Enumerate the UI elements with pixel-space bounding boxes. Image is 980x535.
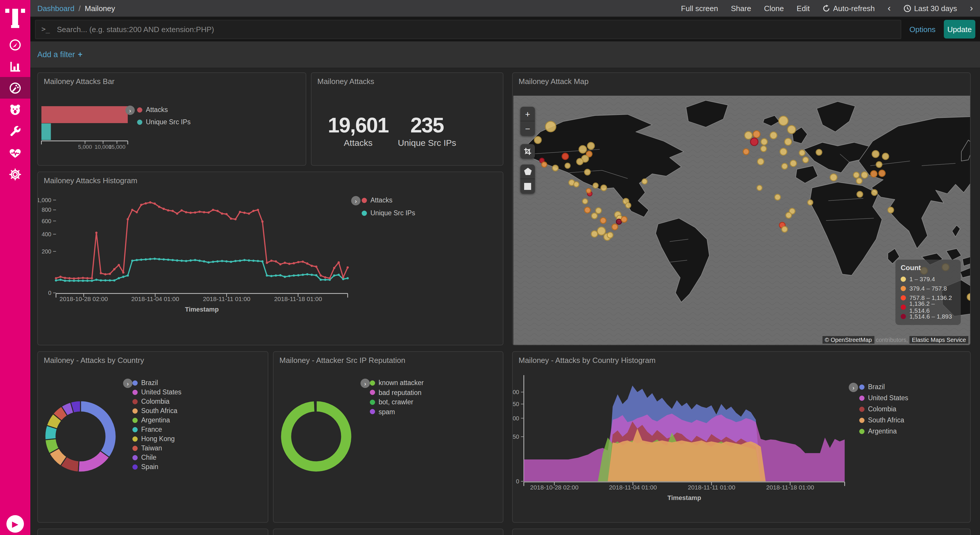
- svg-text:400: 400: [42, 231, 51, 237]
- svg-text:0: 0: [516, 478, 519, 484]
- legend-item-bad-reputation[interactable]: bad reputation: [370, 389, 422, 396]
- auto-refresh-button[interactable]: Auto-refresh: [822, 4, 875, 13]
- legend-item-hong-kong[interactable]: Hong Kong: [132, 435, 175, 442]
- legend-item-spain[interactable]: Spain: [132, 463, 158, 470]
- update-button[interactable]: Update: [944, 20, 975, 38]
- legend-color-dot: [132, 408, 138, 413]
- zoom-in-button[interactable]: +: [520, 107, 535, 121]
- search-input[interactable]: >_: [35, 19, 901, 39]
- legend-item-united-states[interactable]: United States: [859, 394, 908, 401]
- map-count-legend: Count1 – 379.4379.4 – 757.8757.8 – 1,136…: [896, 260, 961, 325]
- panel-title: Mailoney - Attacks by Country: [44, 356, 144, 365]
- legend-color-dot: [132, 446, 138, 451]
- sidebar-item-honeypot[interactable]: [0, 99, 30, 120]
- legend-item-argentina[interactable]: Argentina: [859, 428, 897, 435]
- map-legend-item: 1 – 379.4: [900, 274, 956, 283]
- svg-text:100: 100: [513, 415, 519, 422]
- legend-item-unique-src-ips[interactable]: Unique Src IPs: [362, 209, 415, 217]
- legend-color-dot: [132, 455, 138, 460]
- topbar: Dashboard / Mailoney Full screenShareClo…: [30, 0, 980, 17]
- legend-color-dot: [132, 427, 138, 432]
- legend-item-south-africa[interactable]: South Africa: [132, 407, 177, 414]
- sidebar-item-discover[interactable]: [0, 34, 30, 56]
- svg-text:2018-10-28 02:00: 2018-10-28 02:00: [530, 484, 579, 490]
- legend-item-bot-crawler[interactable]: bot, crawler: [370, 398, 413, 406]
- panel-title: Mailoney Attacks Bar: [44, 77, 115, 86]
- svg-text:0: 0: [48, 290, 51, 296]
- sidebar-item-visualize[interactable]: [0, 56, 30, 77]
- topnav-full-screen[interactable]: Full screen: [681, 4, 718, 13]
- breadcrumb-separator: /: [78, 4, 81, 13]
- sidebar-item-health[interactable]: [0, 142, 30, 163]
- map-attribution: © OpenStreetMap contributors, Elastic Ma…: [822, 337, 968, 343]
- topnav-share[interactable]: Share: [731, 4, 751, 13]
- legend-item-attacks[interactable]: Attacks: [137, 106, 168, 113]
- legend-item-attacks[interactable]: Attacks: [362, 197, 392, 204]
- time-range-picker[interactable]: Last 30 days: [904, 4, 957, 13]
- legend-expand-chevron[interactable]: ›: [849, 383, 858, 392]
- svg-text:150: 150: [513, 401, 519, 407]
- legend-expand-chevron[interactable]: ›: [361, 379, 370, 388]
- metric-label: Unique Src IPs: [386, 138, 468, 148]
- legend-item-taiwan[interactable]: Taiwan: [132, 444, 162, 452]
- legend-color-dot: [900, 276, 906, 282]
- time-back-chevron[interactable]: ‹: [888, 3, 891, 13]
- legend-item-brazil[interactable]: Brazil: [132, 379, 158, 386]
- donut-chart[interactable]: [274, 352, 503, 523]
- kibana-dashboard: ▶ Dashboard / Mailoney Full screenShareC…: [0, 0, 980, 535]
- map-legend-item: 379.4 – 757.8: [900, 283, 956, 293]
- legend-color-dot: [370, 390, 375, 395]
- sidebar-item-tools[interactable]: [0, 120, 30, 142]
- next-row-panel-stub: [273, 529, 503, 535]
- svg-text:2018-11-18 01:00: 2018-11-18 01:00: [274, 296, 322, 302]
- legend-item-france[interactable]: France: [132, 426, 162, 433]
- compass-icon: [9, 38, 22, 51]
- legend-item-unique-src-ips[interactable]: Unique Src IPs: [137, 118, 191, 126]
- zoom-out-button[interactable]: −: [520, 121, 535, 136]
- svg-text:2018-11-04 01:00: 2018-11-04 01:00: [609, 484, 657, 490]
- bear-icon: [9, 103, 22, 116]
- draw-polygon-icon[interactable]: [520, 164, 535, 179]
- svg-text:Timestamp: Timestamp: [185, 306, 219, 313]
- time-forward-chevron[interactable]: ›: [970, 3, 973, 13]
- play-icon[interactable]: ▶: [6, 515, 24, 533]
- search-input-field[interactable]: [56, 24, 895, 34]
- legend-item-argentina[interactable]: Argentina: [132, 417, 170, 424]
- breadcrumb-current: Mailoney: [84, 4, 115, 13]
- legend-expand-chevron[interactable]: ›: [126, 106, 135, 115]
- bar-chart-icon: [9, 60, 22, 73]
- topnav-clone[interactable]: Clone: [764, 4, 784, 13]
- svg-text:200: 200: [513, 389, 519, 395]
- legend-item-south-africa[interactable]: South Africa: [859, 417, 904, 424]
- fit-bounds-icon[interactable]: [520, 144, 535, 159]
- sidebar-item-dashboard[interactable]: [0, 77, 30, 99]
- options-link[interactable]: Options: [909, 25, 935, 33]
- svg-text:2018-11-18 01:00: 2018-11-18 01:00: [766, 484, 814, 490]
- legend-item-united-states[interactable]: United States: [132, 389, 181, 396]
- sidebar-item-settings[interactable]: [0, 163, 30, 185]
- legend-item-colombia[interactable]: Colombia: [132, 398, 169, 405]
- world-map[interactable]: +−Count1 – 379.4379.4 – 757.8757.8 – 1,1…: [513, 96, 970, 346]
- legend-expand-chevron[interactable]: ›: [351, 196, 361, 205]
- draw-rectangle-icon[interactable]: [520, 179, 535, 194]
- legend-item-colombia[interactable]: Colombia: [859, 406, 896, 412]
- legend-item-chile[interactable]: Chile: [132, 454, 156, 461]
- legend-color-dot: [370, 400, 375, 404]
- next-row-panel-stub: [512, 529, 970, 535]
- t-mobile-logo[interactable]: [0, 0, 30, 34]
- topnav-edit[interactable]: Edit: [797, 4, 810, 13]
- sidebar-nav: [0, 34, 30, 185]
- terminal-prompt-icon: >_: [41, 25, 50, 33]
- legend-color-dot: [900, 286, 906, 291]
- svg-text:800: 800: [42, 207, 51, 213]
- add-filter-link[interactable]: Add a filter+: [37, 50, 83, 59]
- legend-color-dot: [900, 304, 905, 309]
- filter-bar: Add a filter+: [30, 41, 980, 68]
- legend-item-known-attacker[interactable]: known attacker: [370, 379, 424, 386]
- legend-color-dot: [370, 380, 375, 385]
- legend-item-spam[interactable]: spam: [370, 408, 395, 415]
- legend-expand-chevron[interactable]: ›: [123, 379, 132, 388]
- legend-color-dot: [132, 389, 138, 395]
- breadcrumb-dashboard-link[interactable]: Dashboard: [37, 4, 75, 13]
- legend-item-brazil[interactable]: Brazil: [859, 383, 885, 390]
